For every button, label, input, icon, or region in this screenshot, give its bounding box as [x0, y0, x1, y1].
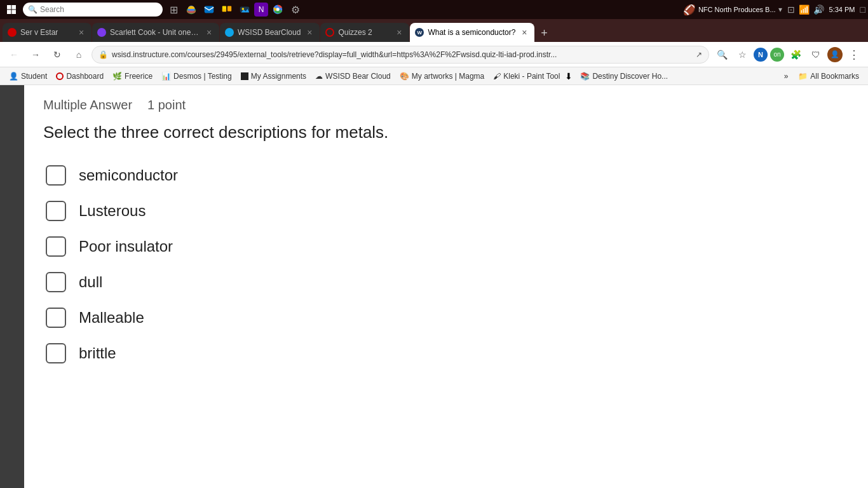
tab-favicon-3 — [225, 28, 234, 37]
question-type: Multiple Answer — [43, 98, 132, 112]
bookmark-label-dashboard: Dashboard — [66, 72, 104, 81]
question-text: Select the three correct descriptions fo… — [43, 123, 849, 142]
answer-label-5: Malleable — [79, 309, 144, 327]
settings-icon[interactable]: ⚙ — [287, 1, 304, 18]
task-view-icon[interactable]: ⊞ — [165, 1, 182, 18]
checkbox-3[interactable] — [46, 236, 66, 257]
tab-close-4[interactable]: × — [394, 27, 404, 37]
answer-label-3: Poor insulator — [79, 238, 173, 255]
url-text: wsisd.instructure.com/courses/29495/exte… — [112, 50, 692, 59]
assignments-icon — [241, 72, 248, 80]
checkbox-2[interactable] — [46, 201, 66, 221]
answer-label-2: Lusterous — [79, 202, 146, 220]
dashboard-icon — [56, 72, 64, 80]
answer-item-5: Malleable — [43, 302, 849, 333]
home-button[interactable]: ⌂ — [70, 46, 88, 64]
all-bookmarks-button[interactable]: 📁 All Bookmarks — [794, 71, 863, 82]
tab-label-4: Quizzes 2 — [338, 28, 390, 37]
sidebar-accent — [0, 85, 24, 488]
lock-icon: 🔒 — [98, 50, 108, 59]
n-extension-icon[interactable]: N — [754, 48, 768, 62]
menu-button[interactable]: ⋮ — [845, 46, 863, 64]
checkbox-1[interactable] — [46, 165, 66, 186]
taskbar: 🔍 ⊞ N ⚙ 🏈 NFC North Produces B... ▾ ⊡ � — [0, 0, 868, 19]
search-input[interactable] — [40, 5, 154, 14]
bookmark-bearcloud[interactable]: ☁ WSISD Bear Cloud — [311, 71, 395, 82]
system-icons: ⊡ 📶 🔊 — [787, 4, 824, 15]
address-bar: ← → ↻ ⌂ 🔒 wsisd.instructure.com/courses/… — [0, 42, 868, 67]
answer-label-1: semiconductor — [79, 166, 178, 184]
back-button[interactable]: ← — [5, 46, 23, 64]
checkbox-6[interactable] — [46, 343, 66, 363]
answer-label-4: dull — [79, 273, 102, 291]
bookmark-magma[interactable]: 🎨 My artworks | Magma — [396, 71, 488, 82]
tab-favicon-2 — [97, 28, 106, 37]
content-area: Multiple Answer 1 point Select the three… — [0, 85, 868, 488]
svg-rect-2 — [7, 10, 11, 15]
bookmark-assignments[interactable]: My Assignments — [237, 71, 310, 82]
bookmark-kleki[interactable]: 🖌 Kleki - Paint Tool — [489, 71, 564, 82]
tab-favicon-4 — [325, 28, 334, 37]
bookmark-star-button[interactable]: ☆ — [733, 46, 751, 64]
tab-close-1[interactable]: × — [76, 27, 86, 37]
answer-item-1: semiconductor — [43, 160, 849, 191]
bookmark-desmos[interactable]: 📊 Desmos | Testing — [158, 71, 236, 82]
edge-icon[interactable] — [183, 1, 200, 18]
answer-item-6: brittle — [43, 338, 849, 369]
tab-quizzes[interactable]: Quizzes 2 × — [320, 23, 409, 42]
tab-close-5[interactable]: × — [519, 27, 529, 37]
photos-icon[interactable] — [236, 1, 253, 18]
tab-semiconductor[interactable]: W What is a semiconductor? × — [410, 23, 534, 42]
notification-icon[interactable]: □ — [860, 4, 865, 15]
checkbox-4[interactable] — [46, 272, 66, 292]
files-icon[interactable] — [219, 1, 235, 18]
bookmark-dashboard[interactable]: Dashboard — [52, 71, 107, 82]
more-bookmarks-button[interactable]: » — [780, 71, 792, 82]
chrome-icon[interactable] — [269, 1, 286, 18]
start-button[interactable] — [3, 1, 20, 18]
profile-icon[interactable]: 👤 — [827, 47, 843, 62]
extensions-button[interactable]: 🧩 — [787, 46, 804, 64]
freerice-icon: 🌿 — [112, 72, 122, 81]
shield-icon[interactable]: 🛡 — [807, 46, 825, 64]
external-link-icon: ↗ — [696, 50, 702, 59]
search-in-page-button[interactable]: 🔍 — [713, 46, 731, 64]
question-header: Multiple Answer 1 point — [43, 98, 849, 112]
tab-close-2[interactable]: × — [204, 27, 214, 37]
bookmark-freerice[interactable]: 🌿 Freerice — [109, 71, 156, 82]
magma-icon: 🎨 — [400, 72, 409, 81]
bookmark-label-freerice: Freerice — [125, 72, 153, 81]
bookmark-student[interactable]: 👤 Student — [5, 71, 51, 82]
answer-item-2: Lusterous — [43, 196, 849, 226]
svg-rect-1 — [12, 5, 17, 10]
tab-ser-v-estar[interactable]: Ser v Estar × — [3, 23, 92, 42]
tab-label-3: WSISD BearCloud — [238, 28, 301, 37]
answer-label-6: brittle — [79, 344, 116, 362]
news-ticker: 🏈 NFC North Produces B... ▾ — [683, 4, 782, 16]
desmos-icon: 📊 — [161, 72, 171, 81]
bookmark-label-bearcloud: WSISD Bear Cloud — [325, 72, 391, 81]
search-icon: 🔍 — [28, 5, 37, 14]
bookmark-destiny[interactable]: 📚 Destiny Discover Ho... — [576, 71, 672, 82]
folder-icon: 📁 — [798, 72, 808, 81]
refresh-button[interactable]: ↻ — [48, 46, 66, 64]
bearcloud-icon: ☁ — [315, 72, 323, 81]
answer-item-3: Poor insulator — [43, 231, 849, 262]
tab-wsisd-bearcloud[interactable]: WSISD BearCloud × — [220, 23, 320, 42]
kleki-icon: 🖌 — [493, 72, 501, 81]
new-tab-button[interactable]: + — [535, 24, 553, 42]
toolbar-icons: 🔍 ☆ N on 🧩 🛡 👤 ⋮ — [713, 46, 863, 64]
url-bar[interactable]: 🔒 wsisd.instructure.com/courses/29495/ex… — [92, 46, 709, 64]
green-extension-icon[interactable]: on — [770, 48, 784, 62]
outlook-icon[interactable] — [201, 1, 217, 18]
tab-scarlett-cook[interactable]: Scarlett Cook - Unit one te... × — [92, 23, 219, 42]
tab-label-1: Ser v Estar — [20, 28, 72, 37]
tab-favicon-5: W — [415, 28, 424, 37]
taskbar-search-box[interactable]: 🔍 — [23, 3, 163, 17]
tab-close-3[interactable]: × — [304, 27, 315, 37]
clock: 5:34 PM — [829, 6, 855, 13]
forward-button[interactable]: → — [27, 46, 44, 64]
purple-icon[interactable]: N — [254, 3, 268, 17]
checkbox-5[interactable] — [46, 308, 66, 328]
svg-rect-9 — [222, 9, 226, 12]
